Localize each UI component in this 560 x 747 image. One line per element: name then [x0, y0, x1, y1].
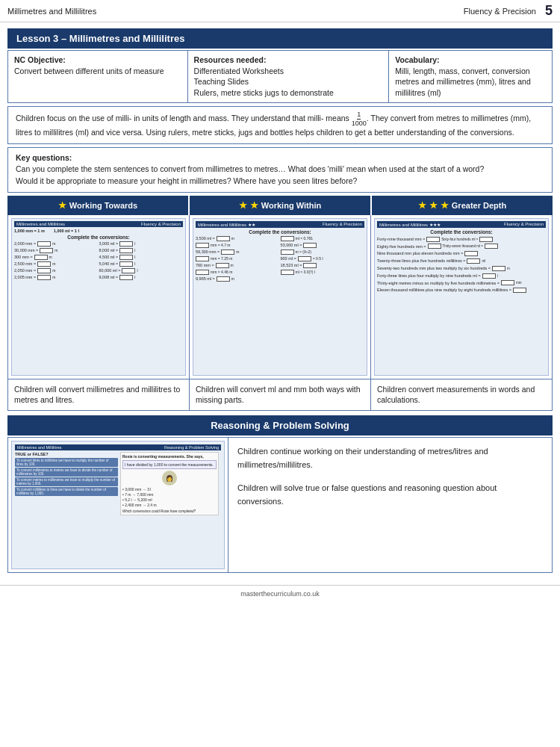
greater-depth-worksheet: Millimetres and Millilitres ★★★ Fluency … — [374, 218, 549, 376]
star-3b: ★ — [429, 200, 438, 211]
vocabulary-text: Milli, length, mass, convert, conversion… — [395, 66, 530, 97]
greater-depth-desc: Children convert measurements in words a… — [371, 379, 552, 410]
vocabulary-label: Vocabulary: — [395, 55, 439, 64]
page-footer: masterthecurriculum.co.uk — [0, 585, 560, 602]
resource-2: Teaching Slides — [194, 77, 249, 86]
working-within-label: Working Within — [261, 201, 321, 210]
star-2b: ★ — [250, 200, 258, 211]
reasoning-content: Millimetres and Millilitres Reasoning & … — [7, 437, 553, 573]
reasoning-title: Reasoning & Problem Solving — [7, 415, 553, 436]
resources-cell: Resources needed: Differentiated Workshe… — [187, 51, 389, 103]
fraction: 11000 — [352, 111, 367, 127]
star-1: ★ — [58, 200, 66, 211]
resource-1: Differentiated Worksheets — [194, 66, 284, 75]
resources-label: Resources needed: — [194, 55, 267, 64]
working-within-desc: Children will convert ml and mm both way… — [190, 379, 371, 410]
working-within-worksheet: Millimetres and Millilitres ★★ Fluency &… — [193, 218, 367, 376]
main-content: Lesson 3 – Millimetres and Millilitres N… — [0, 22, 560, 579]
info-table: NC Objective: Convert between different … — [7, 50, 553, 103]
page-header: Millimetres and Millilitres Fluency & Pr… — [0, 0, 560, 22]
thumb-header-3: Millimetres and Millilitres ★★★ Fluency … — [377, 221, 546, 228]
conversion-grid: 2,000 mm =m 3,000 ml =l 30,000 mm =m 8,0… — [14, 241, 183, 281]
description-row: Children will convert millimetres and mi… — [7, 379, 553, 411]
thumb-header-1: Millimetres and Millilitres Fluency & Pr… — [14, 221, 183, 227]
working-towards-worksheet: Millimetres and Millilitres Fluency & Pr… — [11, 218, 186, 376]
key-questions-box: Key questions: Can you complete the stem… — [7, 147, 553, 193]
nc-objective-cell: NC Objective: Convert between different … — [8, 51, 188, 103]
working-within-header: ★ ★ Working Within — [190, 196, 372, 215]
thumb-header-2: Millimetres and Millilitres ★★ Fluency &… — [196, 221, 364, 228]
working-towards-header: ★ Working Towards — [7, 196, 190, 215]
reasoning-text-area: Children continue working on their under… — [228, 438, 552, 572]
reasoning-text-2: Children will solve true or false questi… — [237, 482, 543, 508]
working-within-content: Millimetres and Millilitres ★★ Fluency &… — [190, 215, 371, 379]
star-2a: ★ — [239, 200, 247, 211]
vocabulary-cell: Vocabulary: Milli, length, mass, convert… — [389, 51, 553, 103]
resource-3: Rulers, metre sticks jugs to demonstrate — [194, 88, 334, 97]
reasoning-text-1: Children continue working on their under… — [237, 445, 543, 471]
greater-depth-header: ★ ★ ★ Greater Depth — [372, 196, 553, 215]
depth-conversions: Forty-nine thousand mm =Sixty-four hundr… — [377, 236, 546, 294]
working-towards-label: Working Towards — [69, 201, 137, 210]
greater-depth-content: Millimetres and Millilitres ★★★ Fluency … — [371, 215, 552, 379]
stars-header: ★ Working Towards ★ ★ Working Within ★ ★… — [7, 196, 553, 215]
key-question-1: Can you complete the stem sentences to c… — [16, 164, 484, 173]
lesson-title: Lesson 3 – Millimetres and Millilitres — [7, 28, 553, 49]
greater-depth-label: Greater Depth — [452, 201, 506, 210]
page-number: 5 — [545, 3, 553, 19]
footer-url: masterthecurriculum.co.uk — [240, 590, 320, 598]
key-question-2: Would it be appropriate to measure your … — [16, 176, 357, 185]
reasoning-worksheet-area: Millimetres and Millilitres Reasoning & … — [8, 438, 228, 572]
working-towards-content: Millimetres and Millilitres Fluency & Pr… — [8, 215, 190, 379]
header-title: Millimetres and Millilitres — [7, 7, 96, 16]
star-3a: ★ — [418, 200, 426, 211]
conversion-facts: 1,000 mm = 1 m 1,000 ml = 1 l — [14, 229, 183, 233]
nc-objective-label: NC Objective: — [14, 55, 66, 64]
header-right-label: Fluency & Precision — [464, 7, 536, 16]
reasoning-worksheet: Millimetres and Millilitres Reasoning & … — [11, 441, 225, 569]
working-towards-desc: Children will convert millimetres and mi… — [8, 379, 190, 410]
nc-objective-text: Convert between different units of measu… — [14, 66, 164, 75]
content-row: Millimetres and Millilitres Fluency & Pr… — [7, 215, 553, 379]
key-questions-title: Key questions: — [16, 153, 72, 162]
star-3c: ★ — [441, 200, 449, 211]
within-grid: 3,500 ml =m ml = 0.781 mm = 4.7 m 53,000… — [196, 236, 364, 282]
description-box: Children focus on the use of milli- in u… — [7, 106, 553, 144]
